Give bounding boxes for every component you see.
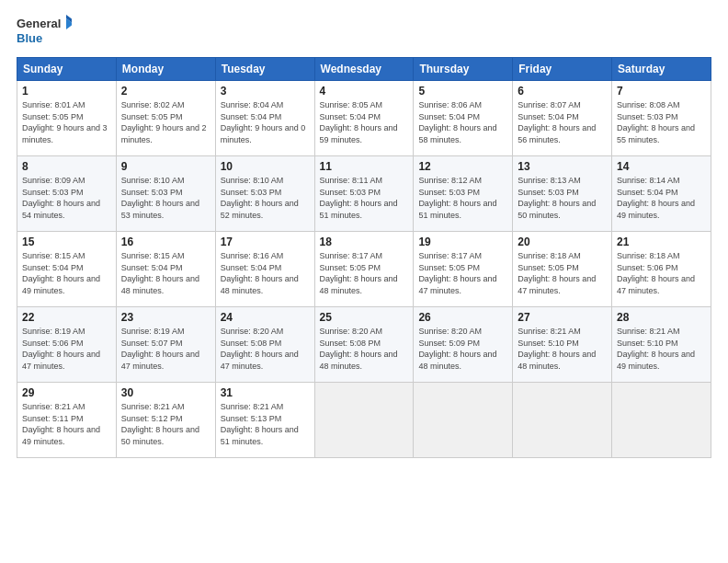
day-info: Sunrise: 8:09 AMSunset: 5:03 PMDaylight:… <box>22 175 111 221</box>
calendar-cell: 29 Sunrise: 8:21 AMSunset: 5:11 PMDaylig… <box>17 383 117 458</box>
day-number: 4 <box>320 85 409 98</box>
calendar-cell: 19 Sunrise: 8:17 AMSunset: 5:05 PMDaylig… <box>414 232 513 307</box>
calendar-cell: 3 Sunrise: 8:04 AMSunset: 5:04 PMDayligh… <box>215 81 314 156</box>
weekday-sunday: Sunday <box>17 58 117 81</box>
day-number: 9 <box>121 160 210 173</box>
day-info: Sunrise: 8:19 AMSunset: 5:07 PMDaylight:… <box>121 326 210 372</box>
calendar-cell: 17 Sunrise: 8:16 AMSunset: 5:04 PMDaylig… <box>215 232 314 307</box>
svg-text:General: General <box>17 17 61 30</box>
day-number: 21 <box>617 236 706 248</box>
calendar-cell: 25 Sunrise: 8:20 AMSunset: 5:08 PMDaylig… <box>314 307 414 383</box>
day-number: 28 <box>617 311 706 324</box>
day-info: Sunrise: 8:21 AMSunset: 5:10 PMDaylight:… <box>518 326 607 372</box>
week-row-2: 8 Sunrise: 8:09 AMSunset: 5:03 PMDayligh… <box>17 156 711 232</box>
calendar-body: 1 Sunrise: 8:01 AMSunset: 5:05 PMDayligh… <box>17 81 711 458</box>
calendar-cell: 10 Sunrise: 8:10 AMSunset: 5:03 PMDaylig… <box>215 156 314 232</box>
calendar-cell: 14 Sunrise: 8:14 AMSunset: 5:04 PMDaylig… <box>612 156 711 232</box>
weekday-thursday: Thursday <box>414 58 513 81</box>
calendar-cell: 12 Sunrise: 8:12 AMSunset: 5:03 PMDaylig… <box>414 156 513 232</box>
day-info: Sunrise: 8:13 AMSunset: 5:03 PMDaylight:… <box>518 175 607 221</box>
day-number: 2 <box>121 85 210 98</box>
calendar-cell: 27 Sunrise: 8:21 AMSunset: 5:10 PMDaylig… <box>513 307 612 383</box>
calendar-cell: 9 Sunrise: 8:10 AMSunset: 5:03 PMDayligh… <box>116 156 215 232</box>
day-info: Sunrise: 8:17 AMSunset: 5:05 PMDaylight:… <box>418 250 507 296</box>
weekday-monday: Monday <box>116 58 215 81</box>
logo-svg: General Blue <box>17 15 72 50</box>
calendar-cell <box>612 383 711 458</box>
day-info: Sunrise: 8:14 AMSunset: 5:04 PMDaylight:… <box>617 175 706 221</box>
day-info: Sunrise: 8:20 AMSunset: 5:08 PMDaylight:… <box>221 326 310 372</box>
day-number: 24 <box>221 311 310 324</box>
day-number: 19 <box>418 236 507 248</box>
calendar-cell <box>314 383 414 458</box>
page: General Blue SundayMondayTuesdayWednesda… <box>0 0 728 563</box>
calendar-cell: 28 Sunrise: 8:21 AMSunset: 5:10 PMDaylig… <box>612 307 711 383</box>
day-number: 16 <box>121 236 210 248</box>
day-info: Sunrise: 8:21 AMSunset: 5:13 PMDaylight:… <box>221 401 310 447</box>
calendar-cell: 16 Sunrise: 8:15 AMSunset: 5:04 PMDaylig… <box>116 232 215 307</box>
day-info: Sunrise: 8:04 AMSunset: 5:04 PMDaylight:… <box>221 99 310 145</box>
day-number: 15 <box>22 236 111 248</box>
calendar-cell: 1 Sunrise: 8:01 AMSunset: 5:05 PMDayligh… <box>17 81 117 156</box>
day-info: Sunrise: 8:15 AMSunset: 5:04 PMDaylight:… <box>22 250 111 296</box>
day-number: 11 <box>320 160 409 173</box>
day-info: Sunrise: 8:21 AMSunset: 5:10 PMDaylight:… <box>617 326 706 372</box>
day-number: 23 <box>121 311 210 324</box>
svg-text:Blue: Blue <box>17 31 42 45</box>
calendar-cell: 4 Sunrise: 8:05 AMSunset: 5:04 PMDayligh… <box>314 81 414 156</box>
day-number: 13 <box>518 160 607 173</box>
day-number: 1 <box>22 85 111 98</box>
day-number: 17 <box>221 236 310 248</box>
calendar-cell: 6 Sunrise: 8:07 AMSunset: 5:04 PMDayligh… <box>513 81 612 156</box>
day-number: 30 <box>121 386 210 399</box>
day-info: Sunrise: 8:10 AMSunset: 5:03 PMDaylight:… <box>221 175 310 221</box>
day-info: Sunrise: 8:06 AMSunset: 5:04 PMDaylight:… <box>418 99 507 145</box>
day-number: 29 <box>22 386 111 399</box>
day-info: Sunrise: 8:12 AMSunset: 5:03 PMDaylight:… <box>418 175 507 221</box>
calendar-cell: 2 Sunrise: 8:02 AMSunset: 5:05 PMDayligh… <box>116 81 215 156</box>
day-number: 26 <box>418 311 507 324</box>
calendar-cell: 21 Sunrise: 8:18 AMSunset: 5:06 PMDaylig… <box>612 232 711 307</box>
calendar-cell <box>513 383 612 458</box>
day-info: Sunrise: 8:10 AMSunset: 5:03 PMDaylight:… <box>121 175 210 221</box>
day-info: Sunrise: 8:17 AMSunset: 5:05 PMDaylight:… <box>320 250 409 296</box>
weekday-wednesday: Wednesday <box>314 58 414 81</box>
week-row-5: 29 Sunrise: 8:21 AMSunset: 5:11 PMDaylig… <box>17 383 711 458</box>
day-number: 18 <box>320 236 409 248</box>
day-number: 5 <box>418 85 507 98</box>
calendar-cell: 26 Sunrise: 8:20 AMSunset: 5:09 PMDaylig… <box>414 307 513 383</box>
day-number: 31 <box>221 386 310 399</box>
day-info: Sunrise: 8:11 AMSunset: 5:03 PMDaylight:… <box>320 175 409 221</box>
day-info: Sunrise: 8:21 AMSunset: 5:12 PMDaylight:… <box>121 401 210 447</box>
day-number: 27 <box>518 311 607 324</box>
day-info: Sunrise: 8:07 AMSunset: 5:04 PMDaylight:… <box>518 99 607 145</box>
week-row-3: 15 Sunrise: 8:15 AMSunset: 5:04 PMDaylig… <box>17 232 711 307</box>
day-info: Sunrise: 8:05 AMSunset: 5:04 PMDaylight:… <box>320 99 409 145</box>
day-number: 20 <box>518 236 607 248</box>
calendar-cell: 20 Sunrise: 8:18 AMSunset: 5:05 PMDaylig… <box>513 232 612 307</box>
day-number: 7 <box>617 85 706 98</box>
calendar-cell: 11 Sunrise: 8:11 AMSunset: 5:03 PMDaylig… <box>314 156 414 232</box>
calendar-cell <box>414 383 513 458</box>
week-row-4: 22 Sunrise: 8:19 AMSunset: 5:06 PMDaylig… <box>17 307 711 383</box>
day-info: Sunrise: 8:20 AMSunset: 5:08 PMDaylight:… <box>320 326 409 372</box>
day-info: Sunrise: 8:15 AMSunset: 5:04 PMDaylight:… <box>121 250 210 296</box>
day-info: Sunrise: 8:20 AMSunset: 5:09 PMDaylight:… <box>418 326 507 372</box>
calendar-table: SundayMondayTuesdayWednesdayThursdayFrid… <box>17 57 711 458</box>
day-info: Sunrise: 8:18 AMSunset: 5:05 PMDaylight:… <box>518 250 607 296</box>
day-number: 12 <box>418 160 507 173</box>
day-number: 3 <box>221 85 310 98</box>
weekday-tuesday: Tuesday <box>215 58 314 81</box>
day-number: 8 <box>22 160 111 173</box>
calendar-cell: 24 Sunrise: 8:20 AMSunset: 5:08 PMDaylig… <box>215 307 314 383</box>
day-info: Sunrise: 8:16 AMSunset: 5:04 PMDaylight:… <box>221 250 310 296</box>
day-number: 22 <box>22 311 111 324</box>
day-info: Sunrise: 8:01 AMSunset: 5:05 PMDaylight:… <box>22 99 111 145</box>
calendar-cell: 5 Sunrise: 8:06 AMSunset: 5:04 PMDayligh… <box>414 81 513 156</box>
header: General Blue <box>17 15 711 50</box>
day-info: Sunrise: 8:21 AMSunset: 5:11 PMDaylight:… <box>22 401 111 447</box>
day-info: Sunrise: 8:08 AMSunset: 5:03 PMDaylight:… <box>617 99 706 145</box>
day-number: 14 <box>617 160 706 173</box>
weekday-saturday: Saturday <box>612 58 711 81</box>
logo: General Blue <box>17 15 72 50</box>
